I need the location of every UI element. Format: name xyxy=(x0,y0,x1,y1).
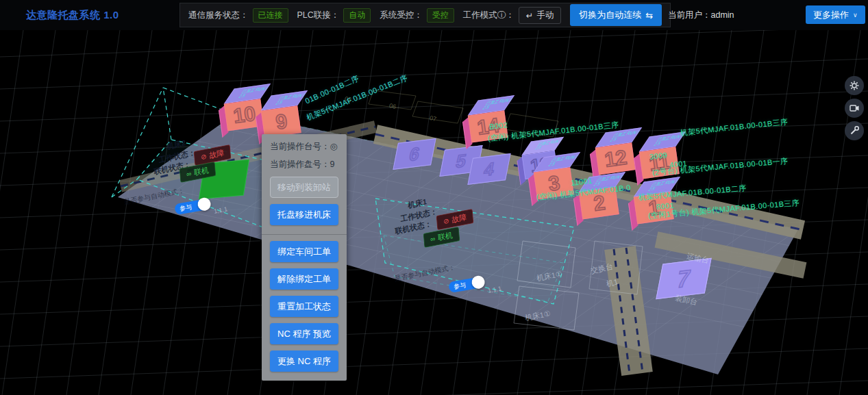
current-pallet-value: 9 xyxy=(330,160,335,169)
toggle-label: 参与 xyxy=(174,203,193,214)
status-comm-badge: 已连接 xyxy=(253,8,288,23)
toggle-label: 参与 xyxy=(448,281,467,292)
zone2-online-text: 联机 xyxy=(194,165,210,178)
status-plc-badge: 自动 xyxy=(343,8,371,23)
current-user: 当前用户：admin xyxy=(668,0,734,30)
zone-machine2-riser1 xyxy=(163,88,171,140)
current-station-label: 当前操作台号： xyxy=(270,142,330,151)
app-title: 达意隆托盘系统 1.0 xyxy=(26,0,119,30)
switch-icon: ⇆ xyxy=(645,10,653,21)
pallet-front-face: 9 xyxy=(261,105,301,138)
current-station-row: 当前操作台号：◎ xyxy=(270,141,338,153)
slot-number: 7 xyxy=(675,264,693,294)
more-actions-label: 更多操作 xyxy=(813,9,849,21)
settings-button[interactable] xyxy=(845,76,864,95)
fault-icon: ⊘ xyxy=(201,153,207,162)
camera-icon xyxy=(849,103,860,114)
tools-button[interactable] xyxy=(845,121,864,140)
slot-tile-4[interactable]: 4 xyxy=(467,153,510,185)
slot-tile-6[interactable]: 6 xyxy=(393,138,436,170)
pallet-number: 12 xyxy=(603,146,628,172)
more-actions-button[interactable]: 更多操作 ∨ xyxy=(806,5,865,24)
status-plc: PLC联接： 自动 xyxy=(297,8,371,23)
nc-program-preview-button[interactable]: NC 程序 预览 xyxy=(270,323,338,344)
pallet-number: 9 xyxy=(274,110,288,134)
link-icon: ∞ xyxy=(430,235,436,243)
bind-workorder-button[interactable]: 绑定车间工单 xyxy=(270,241,338,262)
zone1-online-text: 联机 xyxy=(438,230,454,243)
switch-auto-button[interactable]: 切换为自动连续 ⇆ xyxy=(570,4,662,26)
gear-icon xyxy=(849,80,860,91)
move-pallet-into-machine-button[interactable]: 托盘移进机床 xyxy=(270,204,338,225)
pallet-front-face: 12 xyxy=(595,142,636,175)
status-comm: 通信服务状态： 已连接 xyxy=(188,8,288,23)
pallet-context-menu: 当前操作台号：◎ 当前操作盘号：9 移动到装卸站 托盘移进机床 绑定车间工单 解… xyxy=(262,134,347,381)
scene-tool-buttons xyxy=(845,76,864,140)
pallet-number: 10 xyxy=(232,102,256,128)
work-mode: 工作模式ⓘ： ↵ 手动 xyxy=(463,7,561,24)
manual-mode-button[interactable]: ↵ 手动 xyxy=(519,7,561,24)
slot-number: 6 xyxy=(408,142,422,166)
fault-icon: ⊘ xyxy=(443,217,449,226)
zone1-fault-text: 故障 xyxy=(451,212,467,225)
replace-nc-program-button[interactable]: 更换 NC 程序 xyxy=(270,351,338,372)
menu-separator xyxy=(262,234,347,235)
scene-viewport[interactable]: 05 06 07 08 机床2 工作状态： 联机状态： ⊘ 故障 ∞ 联机 是否… xyxy=(0,30,868,395)
status-group: 通信服务状态： 已连接 PLC联接： 自动 系统受控： 受控 工作模式ⓘ： ↵ … xyxy=(179,3,671,27)
reset-machining-state-button[interactable]: 重置加工状态 xyxy=(270,296,338,317)
manual-mode-label: 手动 xyxy=(536,10,554,21)
status-control-badge: 受控 xyxy=(427,8,454,23)
chevron-down-icon: ∨ xyxy=(853,12,858,18)
pallet-cube-9[interactable]: 已加工 RUN 1 2.5 9 xyxy=(259,92,301,140)
enter-icon: ↵ xyxy=(526,10,533,21)
status-control-label: 系统受控： xyxy=(380,10,423,21)
wrench-icon xyxy=(849,125,860,136)
switch-auto-label: 切换为自动连续 xyxy=(579,9,641,21)
pallet-cube-12[interactable]: 已加工 RUN 1 2.5 12 xyxy=(593,129,636,177)
current-pallet-label: 当前操作盘号： xyxy=(270,160,330,169)
unbind-workorder-button[interactable]: 解除绑定工单 xyxy=(270,268,338,290)
link-icon: ∞ xyxy=(186,170,192,178)
slot-number: 5 xyxy=(454,149,469,173)
move-to-loading-station-button: 移动到装卸站 xyxy=(270,177,338,198)
camera-button[interactable] xyxy=(845,99,864,118)
status-comm-label: 通信服务状态： xyxy=(188,10,249,21)
status-plc-label: PLC联接： xyxy=(297,10,340,21)
status-control: 系统受控： 受控 xyxy=(380,8,454,23)
current-user-value: admin xyxy=(711,10,734,20)
current-user-label: 当前用户： xyxy=(668,10,711,20)
slot-number: 4 xyxy=(482,157,497,181)
rack-slot-outline-2 xyxy=(412,101,463,123)
zone2-fault-text: 故障 xyxy=(209,148,225,161)
current-station-value: ◎ xyxy=(330,142,338,151)
work-mode-label: 工作模式ⓘ： xyxy=(463,10,514,21)
topbar: 达意隆托盘系统 1.0 通信服务状态： 已连接 PLC联接： 自动 系统受控： … xyxy=(0,0,868,30)
current-pallet-row: 当前操作盘号：9 xyxy=(270,159,338,170)
